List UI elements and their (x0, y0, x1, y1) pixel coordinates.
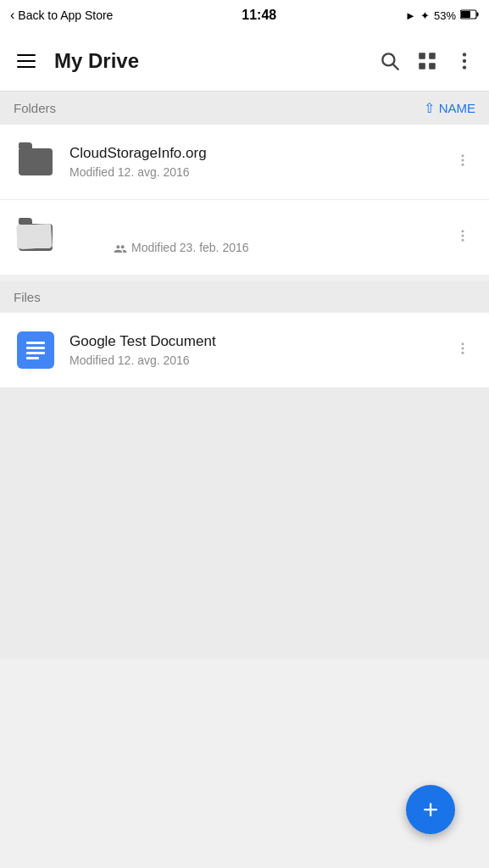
svg-point-16 (462, 235, 464, 237)
file-item-google-test-doc[interactable]: Google Test Document Modified 12. avg. 2… (0, 313, 489, 387)
folders-list: CloudStorageInfo.org Modified 12. avg. 2… (0, 125, 489, 275)
add-button[interactable]: + (406, 785, 455, 834)
sort-label: NAME (439, 101, 475, 115)
page-title: My Drive (54, 49, 139, 73)
back-label[interactable]: Back to App Store (18, 8, 113, 22)
bluetooth-icon: ✦ (420, 9, 430, 22)
svg-rect-6 (429, 53, 436, 59)
doc-line-2 (26, 347, 45, 349)
folder-item-shared[interactable]: Modified 23. feb. 2016 (0, 200, 489, 275)
svg-point-18 (462, 342, 464, 345)
svg-rect-2 (461, 11, 470, 18)
status-time: 11:48 (242, 8, 276, 23)
battery-icon (460, 9, 479, 22)
svg-point-12 (462, 154, 464, 157)
header-actions (379, 50, 475, 72)
hamburger-line-1 (17, 54, 36, 56)
svg-rect-1 (476, 12, 478, 16)
folders-label: Folders (14, 101, 56, 115)
folders-section-header: Folders ⇧ NAME (0, 92, 489, 125)
folder-item-cloudstorageinfo[interactable]: CloudStorageInfo.org Modified 12. avg. 2… (0, 125, 489, 200)
battery-percent: 53% (434, 9, 456, 22)
files-label: Files (14, 290, 41, 304)
svg-line-4 (393, 64, 398, 69)
svg-point-10 (463, 58, 466, 62)
folder-info: CloudStorageInfo.org Modified 12. avg. 2… (69, 145, 450, 179)
svg-rect-8 (429, 63, 436, 70)
doc-icon (14, 328, 58, 372)
svg-point-17 (462, 239, 464, 242)
shared-folder-info: Modified 23. feb. 2016 (114, 220, 450, 254)
empty-area (0, 387, 489, 659)
status-bar: ‹ Back to App Store 11:48 ► ✦ 53% (0, 0, 489, 31)
files-section-header: Files (0, 281, 489, 313)
shared-folder-icon (14, 215, 58, 259)
shared-folder-shape (19, 224, 53, 251)
doc-line-4 (26, 357, 39, 359)
folder-icon (14, 140, 58, 184)
folder-shape (19, 148, 53, 175)
doc-line-1 (26, 342, 45, 344)
search-button[interactable] (379, 50, 401, 72)
file-modified: Modified 12. avg. 2016 (69, 353, 450, 367)
svg-point-11 (463, 65, 466, 69)
file-more-button[interactable] (450, 334, 475, 366)
hamburger-line-3 (17, 66, 36, 68)
shared-folder-modified: Modified 23. feb. 2016 (114, 241, 450, 254)
svg-point-19 (462, 348, 464, 350)
svg-point-20 (462, 352, 464, 354)
svg-point-13 (462, 159, 464, 162)
status-indicators: ► ✦ 53% (405, 9, 479, 22)
svg-point-9 (463, 53, 466, 56)
folder-modified: Modified 12. avg. 2016 (69, 165, 450, 179)
folder-more-button[interactable] (450, 146, 475, 178)
menu-button[interactable] (14, 51, 39, 71)
shared-modified-text: Modified 23. feb. 2016 (131, 241, 249, 254)
header-left: My Drive (14, 49, 139, 73)
folder-name: CloudStorageInfo.org (69, 145, 450, 162)
add-icon: + (423, 796, 439, 823)
doc-icon-shape (17, 331, 54, 369)
svg-rect-7 (419, 63, 425, 70)
hamburger-line-2 (17, 60, 36, 62)
shared-folder-more-button[interactable] (450, 221, 475, 253)
file-name: Google Test Document (69, 333, 450, 350)
svg-rect-5 (419, 53, 425, 59)
doc-lines (26, 342, 45, 359)
svg-point-14 (462, 164, 464, 166)
more-options-button[interactable] (453, 50, 475, 72)
files-list: Google Test Document Modified 12. avg. 2… (0, 313, 489, 387)
app-header: My Drive (0, 31, 489, 92)
sort-arrow-icon: ⇧ (424, 100, 435, 116)
location-icon: ► (405, 9, 416, 22)
file-info: Google Test Document Modified 12. avg. 2… (69, 333, 450, 367)
svg-point-15 (462, 230, 464, 232)
back-chevron-icon: ‹ (10, 8, 14, 23)
status-back[interactable]: ‹ Back to App Store (10, 8, 113, 23)
sort-button[interactable]: ⇧ NAME (424, 100, 475, 116)
grid-view-button[interactable] (416, 50, 438, 72)
shared-folder-name (114, 220, 450, 237)
doc-line-3 (26, 352, 45, 354)
